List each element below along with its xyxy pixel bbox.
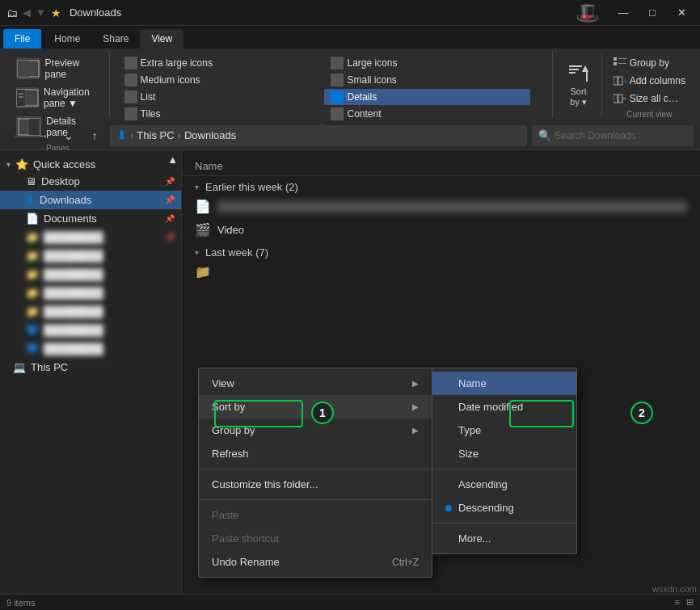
forward-btn[interactable]: → [32,125,53,146]
sub-descending[interactable]: Descending [432,496,576,520]
tab-share[interactable]: Share [91,29,140,48]
more-dot-empty [445,536,452,542]
recent-btn[interactable]: ⌄ [58,125,79,146]
path-downloads[interactable]: Downloads [184,129,236,141]
group-header-this-week[interactable]: ▾ Earlier this week (2) [182,176,700,195]
group-chevron-1: ▾ [195,183,199,191]
large-icons-btn[interactable]: Large icons [324,55,530,71]
asc-dot-empty [445,482,452,488]
sort-by-btn[interactable]: Sortby ▾ [556,52,602,118]
pin-icon-4: 📌 [165,233,175,242]
svg-marker-11 [582,65,588,72]
date-dot-empty [445,404,452,410]
sub-name[interactable]: Name [432,372,576,395]
sidebar-item-blur5[interactable]: 📁 ████████ [0,302,181,321]
blur4-icon: 📁 [26,287,39,299]
sidebar-item-blur4[interactable]: 📁 ████████ [0,284,181,302]
preview-pane-label: Preview pane [45,57,99,80]
tiles-btn[interactable]: Tiles [118,106,324,122]
sidebar-item-this-pc[interactable]: 💻 This PC [0,358,181,377]
preview-pane-icon [16,58,40,79]
file-item-video[interactable]: 🎬 Video [182,218,700,242]
quick-access-icon: ⭐ [15,158,28,170]
orange-folder-icon: 📁 [195,264,211,280]
status-items: 9 items [6,598,35,608]
quick-access-section[interactable]: ▾ ⭐ Quick access [0,154,181,172]
maximize-btn[interactable]: □ [640,5,664,21]
sidebar-item-blur1[interactable]: 📁 ████████ 📌 [0,228,181,246]
search-placeholder: Search Downloads [555,130,636,141]
status-grid-icon[interactable]: ⊞ [686,597,694,608]
ctx-view[interactable]: View ▶ [199,372,432,395]
ctx-sort-label: Sort by [212,401,245,413]
sub-sep-2 [432,523,576,524]
pin-icon-2: 📌 [165,196,175,204]
tab-home[interactable]: Home [43,29,91,48]
blur5-icon: 📁 [26,305,39,318]
sidebar-item-blur6[interactable]: 💙 ████████ [0,321,181,339]
ctx-customize[interactable]: Customize this folder... [199,473,432,496]
sidebar-item-blur7[interactable]: 💙 ████████ [0,339,181,358]
minimize-btn[interactable]: — [611,5,635,21]
sub-size[interactable]: Size [432,442,576,465]
sub-more[interactable]: More... [432,527,576,550]
ctx-group-arrow: ▶ [412,426,419,435]
title-bar: 🗂 ◀ ▼ ★ Downloads 🎩 — □ ✕ [0,0,700,26]
svg-rect-10 [569,72,576,74]
blur5-label: ████████ [44,305,103,318]
sub-type[interactable]: Type [432,419,576,442]
pin-icon: 📌 [165,177,175,186]
sidebar-scroll-up[interactable]: ▲ [167,154,178,166]
ctx-paste-shortcut-label: Paste shortcut [212,532,279,545]
size-all-columns-btn[interactable]: Size all c… [610,90,689,107]
tab-view[interactable]: View [140,29,183,48]
path-this-pc[interactable]: This PC [137,129,174,141]
ctx-undo-rename[interactable]: Undo Rename Ctrl+Z [199,550,432,574]
sidebar-item-blur3[interactable]: 📁 ████████ [0,265,181,284]
sidebar-item-desktop[interactable]: 🖥 Desktop 📌 [0,172,181,191]
back-btn[interactable]: ← [6,125,27,146]
sub-ascending[interactable]: Ascending [432,473,576,496]
file-item-orange[interactable]: 📁 [182,260,700,284]
medium-icons-btn[interactable]: Medium icons [118,72,324,88]
navigation-pane-btn[interactable]: Navigation pane ▼ [11,84,104,111]
extra-large-icons-btn[interactable]: Extra large icons [118,55,324,71]
group-label-1: Earlier this week (2) [205,181,298,193]
sub-name-label: Name [458,377,487,389]
sidebar-item-downloads[interactable]: ⬇ Downloads 📌 [0,191,181,209]
group-header-last-week[interactable]: ▾ Last week (7) [182,242,700,260]
add-columns-btn[interactable]: + Add columns [610,73,689,89]
path-separator-2: › [178,129,181,141]
name-column-header: Name [195,160,223,172]
badge-1-number: 1 [319,406,326,419]
tab-file[interactable]: File [3,29,41,48]
path-arrow-icon: ⬇ [116,128,127,143]
sidebar-item-blur2[interactable]: 📁 ████████ [0,246,181,265]
preview-pane-btn[interactable]: Preview pane [11,55,104,82]
badge-2-number: 2 [639,406,645,419]
small-icons-btn[interactable]: Small icons [324,72,530,88]
content-btn[interactable]: Content [324,106,530,122]
ctx-refresh[interactable]: Refresh [199,442,432,465]
sub-date-modified[interactable]: Date modified [432,395,576,419]
ctx-view-label: View [212,377,234,389]
list-btn[interactable]: List [118,89,324,105]
search-box[interactable]: 🔍 Search Downloads [532,125,694,146]
up-btn[interactable]: ↑ [84,125,105,146]
svg-rect-12 [586,72,588,82]
status-list-icon[interactable]: ≡ [675,597,680,608]
blur2-icon: 📁 [26,250,39,262]
details-btn[interactable]: Details [324,89,530,105]
ctx-paste-shortcut: Paste shortcut [199,527,432,550]
address-path[interactable]: ⬇ › This PC › Downloads [110,125,527,146]
svg-rect-13 [614,57,617,61]
svg-rect-9 [569,69,579,70]
svg-rect-15 [618,58,626,59]
group-chevron-2: ▾ [195,248,199,257]
name-dot-empty [445,381,452,387]
sidebar-item-documents[interactable]: 📄 Documents 📌 [0,209,181,228]
group-by-btn[interactable]: Group by [610,55,689,71]
file-item-blurred[interactable]: 📄 [182,195,700,218]
close-btn[interactable]: ✕ [669,5,694,21]
sub-descending-label: Descending [458,502,514,514]
